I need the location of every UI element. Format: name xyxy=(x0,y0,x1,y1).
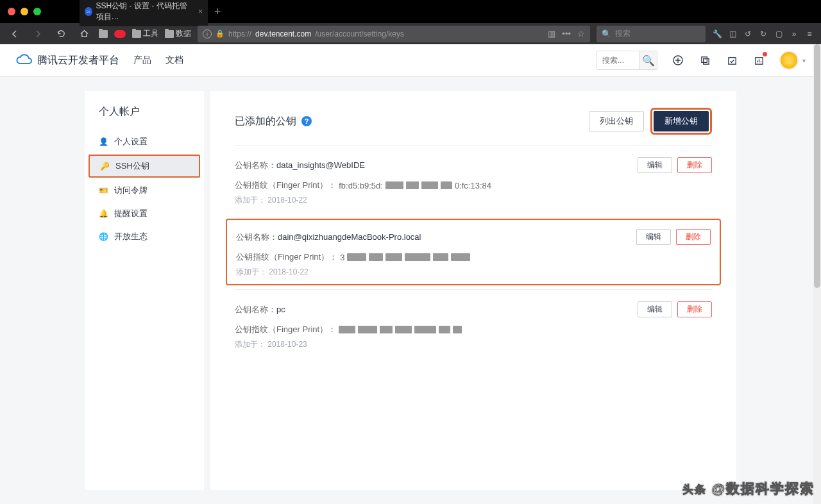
delete-key-button[interactable]: 删除 xyxy=(677,301,712,317)
browser-search-box[interactable]: 🔍 搜索 xyxy=(597,26,706,42)
nav-product[interactable]: 产品 xyxy=(133,55,151,66)
sidebar-item-open[interactable]: 🌐开放生态 xyxy=(85,225,204,248)
avatar xyxy=(779,51,799,70)
key-fingerprint: 公钥指纹（Finger Print）： xyxy=(235,324,712,335)
app-header: 腾讯云开发者平台 产品 文档 🔍 ▾ xyxy=(0,44,821,77)
sync-fwd-icon[interactable]: ↻ xyxy=(758,29,768,39)
svg-rect-1 xyxy=(701,56,707,62)
bookmark-tools[interactable]: 工具 xyxy=(132,28,158,39)
browser-tab[interactable]: SSH公钥 - 设置 - 代码托管 项目… × xyxy=(80,0,208,26)
nav-docs[interactable]: 文档 xyxy=(165,55,183,66)
window-titlebar: SSH公钥 - 设置 - 代码托管 项目… × + xyxy=(0,0,821,23)
lock-icon: 🔒 xyxy=(216,29,224,38)
watermark: 头条 头条 @数据科学探索@数据科学探索 xyxy=(682,480,815,498)
add-key-button[interactable]: 新增公钥 xyxy=(654,111,709,131)
sidebar-item-ssh[interactable]: 🔑SSH公钥 xyxy=(89,155,200,178)
brand-text: 腾讯云开发者平台 xyxy=(37,54,119,67)
globe-icon: 🌐 xyxy=(99,232,108,241)
bookmark-folder-generic[interactable] xyxy=(99,30,108,38)
sidebar-item-label: 个人设置 xyxy=(114,136,148,147)
bookmark-label: 工具 xyxy=(143,28,158,39)
create-icon[interactable] xyxy=(672,54,684,67)
home-button[interactable] xyxy=(76,26,92,42)
ssh-key-item: 公钥名称：pc 编辑 删除 公钥指纹（Finger Print）： 添加于： 2… xyxy=(235,289,712,359)
back-button[interactable] xyxy=(6,26,23,42)
sidebar-item-token[interactable]: 🎫访问令牌 xyxy=(85,179,204,202)
sidebar-item-label: 访问令牌 xyxy=(114,185,148,196)
sidebar-item-notify[interactable]: 🔔提醒设置 xyxy=(85,202,204,225)
maximize-window-button[interactable] xyxy=(33,8,41,15)
user-icon: 👤 xyxy=(99,137,108,146)
bookmark-star-icon[interactable]: ☆ xyxy=(577,29,585,38)
ssh-key-item-highlighted: 公钥名称：dain@qixizhuangdeMacBook-Pro.local … xyxy=(226,219,721,285)
chevron-down-icon: ▾ xyxy=(802,57,806,64)
app-search-input[interactable] xyxy=(597,56,639,65)
new-tab-button[interactable]: + xyxy=(214,5,221,19)
overflow-icon[interactable]: » xyxy=(789,29,799,39)
key-icon: 🔑 xyxy=(100,162,109,171)
search-placeholder: 搜索 xyxy=(615,28,631,39)
sidebar-item-label: SSH公钥 xyxy=(115,160,149,172)
search-submit-icon[interactable]: 🔍 xyxy=(639,51,657,69)
help-icon[interactable]: ? xyxy=(301,116,312,126)
main-header: 已添加的公钥 ? 列出公钥 新增公钥 xyxy=(235,108,712,146)
key-added-date: 添加于： 2018-10-22 xyxy=(235,195,712,206)
edit-key-button[interactable]: 编辑 xyxy=(636,229,671,245)
sidebar-icon[interactable]: ◫ xyxy=(727,29,738,39)
add-key-highlight: 新增公钥 xyxy=(650,108,712,135)
search-icon: 🔍 xyxy=(602,29,611,38)
key-name: 公钥名称：data_insights@WebIDE xyxy=(235,160,365,171)
ssh-key-item: 公钥名称：data_insights@WebIDE 编辑 删除 公钥指纹（Fin… xyxy=(235,146,712,215)
app-search[interactable]: 🔍 xyxy=(597,51,657,70)
tasks-icon[interactable] xyxy=(725,54,738,67)
site-info-icon[interactable]: i xyxy=(203,29,212,38)
more-icon[interactable]: ••• xyxy=(562,29,571,38)
svg-rect-3 xyxy=(728,57,735,63)
url-host: dev.tencent.com xyxy=(255,29,311,38)
tab-title: SSH公钥 - 设置 - 代码托管 项目… xyxy=(96,1,192,22)
copy-icon[interactable] xyxy=(698,54,711,67)
sync-back-icon[interactable]: ↺ xyxy=(743,29,753,39)
key-added-date: 添加于： 2018-10-23 xyxy=(235,339,712,350)
bookmark-label: 数据 xyxy=(176,28,191,39)
scrollbar-thumb[interactable] xyxy=(814,44,820,288)
delete-key-button[interactable]: 删除 xyxy=(676,229,711,245)
title-text: 已添加的公钥 xyxy=(235,115,296,128)
sidebar-item-label: 开放生态 xyxy=(114,231,148,242)
page-body: 个人帐户 👤个人设置 🔑SSH公钥 🎫访问令牌 🔔提醒设置 🌐开放生态 已添加的… xyxy=(0,77,821,504)
devtools-icon[interactable]: 🔧 xyxy=(712,29,722,39)
sidebar-item-label: 提醒设置 xyxy=(114,208,148,219)
brand-logo[interactable]: 腾讯云开发者平台 xyxy=(15,53,119,67)
ticket-icon: 🎫 xyxy=(99,186,108,195)
cloud-logo-icon xyxy=(15,53,33,67)
close-tab-icon[interactable]: × xyxy=(198,7,203,16)
key-name: 公钥名称：dain@qixizhuangdeMacBook-Pro.local xyxy=(236,231,421,243)
stats-icon[interactable] xyxy=(752,54,765,67)
reload-button[interactable] xyxy=(53,26,69,42)
sidebar-title: 个人帐户 xyxy=(85,105,204,130)
pocket-icon[interactable]: ▢ xyxy=(774,29,784,39)
edit-key-button[interactable]: 编辑 xyxy=(638,157,672,173)
page-title: 已添加的公钥 ? xyxy=(235,115,312,128)
address-bar[interactable]: i 🔒 https://dev.tencent.com/user/account… xyxy=(198,26,590,42)
key-added-date: 添加于： 2018-10-22 xyxy=(236,267,711,278)
bookmark-data[interactable]: 数据 xyxy=(165,28,191,39)
scrollbar[interactable] xyxy=(813,44,821,504)
close-window-button[interactable] xyxy=(8,8,15,15)
key-fingerprint: 公钥指纹（Finger Print）： 3 xyxy=(236,251,711,263)
key-fingerprint: 公钥指纹（Finger Print）： fb:d5:b9:5d: 0:fc:13… xyxy=(235,180,712,191)
minimize-window-button[interactable] xyxy=(21,8,28,15)
delete-key-button[interactable]: 删除 xyxy=(677,157,712,173)
forward-button[interactable] xyxy=(30,26,46,42)
bookmark-cloud[interactable] xyxy=(114,30,126,38)
edit-key-button[interactable]: 编辑 xyxy=(638,301,672,317)
menu-icon[interactable]: ≡ xyxy=(804,29,815,39)
list-keys-button[interactable]: 列出公钥 xyxy=(589,111,644,131)
traffic-lights xyxy=(8,8,41,15)
url-protocol: https:// xyxy=(228,29,251,38)
user-menu[interactable]: ▾ xyxy=(779,51,806,70)
main-panel: 已添加的公钥 ? 列出公钥 新增公钥 公钥名称：data_insights@We… xyxy=(210,91,736,490)
reader-icon[interactable]: ▥ xyxy=(548,29,555,38)
sidebar-item-personal[interactable]: 👤个人设置 xyxy=(85,130,204,153)
key-name: 公钥名称：pc xyxy=(235,304,285,315)
